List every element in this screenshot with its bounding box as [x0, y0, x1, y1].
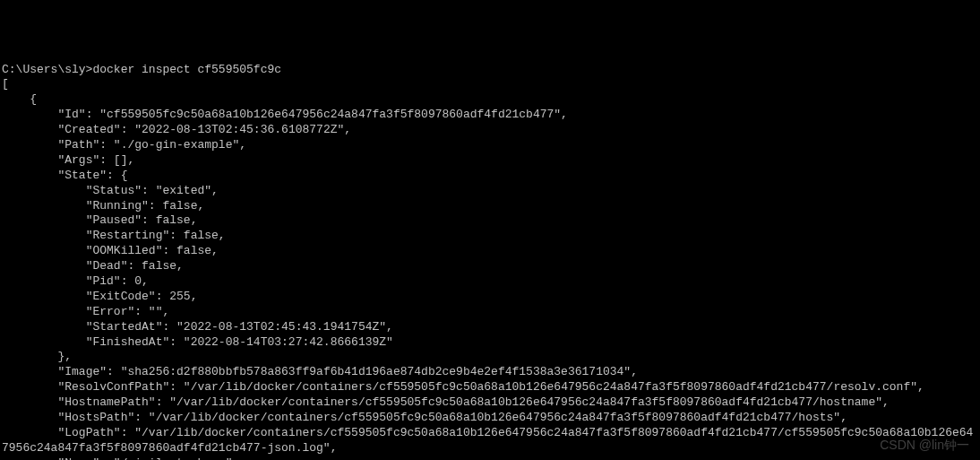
- running-key: "Running":: [2, 199, 162, 213]
- state-key: "State": {: [2, 169, 127, 182]
- finishedat-val: "2022-08-14T03:27:42.8666139Z": [184, 335, 393, 349]
- running-val: false,: [162, 199, 204, 213]
- status-val: "exited",: [156, 184, 219, 197]
- resolvconfpath-val: "/var/lib/docker/containers/cf559505fc9c…: [184, 380, 924, 394]
- terminal-output[interactable]: C:\Users\sly>docker inspect cf559505fc9c…: [2, 63, 978, 460]
- image-key: "Image":: [2, 365, 121, 378]
- id-val: "cf559505fc9c50a68a10b126e647956c24a847f…: [99, 108, 568, 121]
- exitcode-key: "ExitCode":: [2, 290, 169, 303]
- dead-val: false,: [142, 259, 184, 273]
- logpath-key: "LogPath":: [2, 426, 134, 439]
- error-val: "",: [149, 305, 169, 318]
- pid-val: 0,: [134, 274, 149, 288]
- restarting-val: false,: [184, 229, 226, 242]
- command-text: docker inspect cf559505fc9c: [92, 63, 281, 76]
- name-key: "Name":: [2, 456, 114, 460]
- startedat-key: "StartedAt":: [2, 320, 176, 334]
- args-val: [],: [114, 153, 134, 167]
- pid-key: "Pid":: [2, 274, 134, 288]
- id-key: "Id":: [2, 108, 99, 121]
- hostspath-val: "/var/lib/docker/containers/cf559505fc9c…: [149, 411, 847, 424]
- args-key: "Args":: [2, 153, 114, 167]
- image-val: "sha256:d2f880bbfb578a863ff9af6b41d196ae…: [121, 365, 638, 378]
- paused-key: "Paused":: [2, 213, 156, 227]
- hostspath-key: "HostsPath":: [2, 411, 149, 424]
- state-close: },: [2, 350, 72, 363]
- json-open: [ {: [2, 77, 37, 106]
- resolvconfpath-key: "ResolvConfPath":: [2, 380, 184, 394]
- prompt: C:\Users\sly>: [2, 63, 92, 76]
- status-key: "Status":: [2, 184, 156, 197]
- oomkilled-val: false,: [176, 244, 219, 257]
- oomkilled-key: "OOMKilled":: [2, 244, 176, 257]
- created-key: "Created":: [2, 123, 134, 136]
- error-key: "Error":: [2, 305, 149, 318]
- hostnamepath-val: "/var/lib/docker/containers/cf559505fc9c…: [169, 395, 890, 409]
- exitcode-val: 255,: [169, 290, 197, 303]
- path-val: "./go-gin-example",: [114, 138, 246, 152]
- created-val: "2022-08-13T02:45:36.6108772Z",: [134, 123, 351, 136]
- startedat-val: "2022-08-13T02:45:43.1941754Z",: [176, 320, 393, 334]
- path-key: "Path":: [2, 138, 114, 152]
- logpath-val: "/var/lib/docker/containers/cf559505fc9c…: [2, 426, 973, 455]
- name-val: "/vigilant_chaum",: [114, 456, 239, 460]
- dead-key: "Dead":: [2, 259, 142, 273]
- paused-val: false,: [156, 213, 198, 227]
- finishedat-key: "FinishedAt":: [2, 335, 184, 349]
- restarting-key: "Restarting":: [2, 229, 184, 242]
- hostnamepath-key: "HostnamePath":: [2, 395, 169, 409]
